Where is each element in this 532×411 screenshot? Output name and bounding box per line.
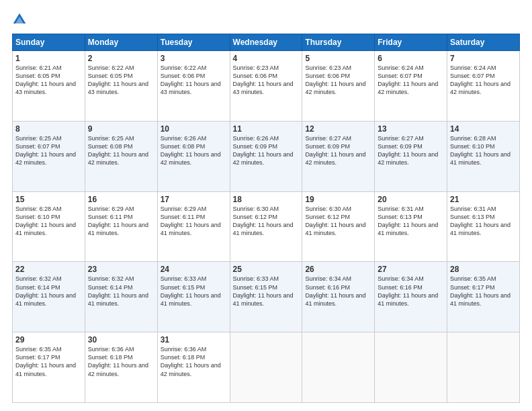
day-info: Sunrise: 6:34 AMSunset: 6:16 PMDaylight:… xyxy=(305,275,371,308)
day-info: Sunrise: 6:28 AMSunset: 6:10 PMDaylight:… xyxy=(15,205,82,238)
day-number: 1 xyxy=(15,54,82,63)
day-info: Sunrise: 6:27 AMSunset: 6:09 PMDaylight:… xyxy=(305,134,371,167)
calendar-table: SundayMondayTuesdayWednesdayThursdayFrid… xyxy=(12,34,520,403)
calendar-cell: 2Sunrise: 6:22 AMSunset: 6:05 PMDaylight… xyxy=(85,51,157,122)
calendar-cell: 15Sunrise: 6:28 AMSunset: 6:10 PMDayligh… xyxy=(13,191,85,262)
calendar-cell: 6Sunrise: 6:24 AMSunset: 6:07 PMDaylight… xyxy=(375,51,447,122)
calendar-cell: 7Sunrise: 6:24 AMSunset: 6:07 PMDaylight… xyxy=(447,51,520,122)
day-info: Sunrise: 6:29 AMSunset: 6:11 PMDaylight:… xyxy=(88,205,154,238)
day-info: Sunrise: 6:35 AMSunset: 6:17 PMDaylight:… xyxy=(450,275,517,308)
weekday-header-thursday: Thursday xyxy=(302,34,375,51)
calendar-cell: 22Sunrise: 6:32 AMSunset: 6:14 PMDayligh… xyxy=(13,262,85,332)
day-number: 17 xyxy=(161,195,227,204)
day-info: Sunrise: 6:36 AMSunset: 6:18 PMDaylight:… xyxy=(88,345,154,378)
day-number: 6 xyxy=(378,54,444,63)
calendar-cell: 1Sunrise: 6:21 AMSunset: 6:05 PMDaylight… xyxy=(13,51,85,122)
calendar-cell: 9Sunrise: 6:25 AMSunset: 6:08 PMDaylight… xyxy=(85,121,157,191)
day-info: Sunrise: 6:28 AMSunset: 6:10 PMDaylight:… xyxy=(450,134,517,167)
header xyxy=(12,12,520,27)
calendar-cell: 29Sunrise: 6:35 AMSunset: 6:17 PMDayligh… xyxy=(13,332,85,403)
day-number: 3 xyxy=(161,54,227,63)
calendar-cell: 5Sunrise: 6:23 AMSunset: 6:06 PMDaylight… xyxy=(302,51,375,122)
day-number: 25 xyxy=(233,265,300,274)
day-number: 2 xyxy=(88,54,154,63)
day-number: 24 xyxy=(161,265,227,274)
day-info: Sunrise: 6:24 AMSunset: 6:07 PMDaylight:… xyxy=(378,64,444,97)
day-info: Sunrise: 6:24 AMSunset: 6:07 PMDaylight:… xyxy=(450,64,517,97)
weekday-header-wednesday: Wednesday xyxy=(230,34,302,51)
weekday-header-monday: Monday xyxy=(85,34,157,51)
day-info: Sunrise: 6:31 AMSunset: 6:13 PMDaylight:… xyxy=(378,205,444,238)
day-info: Sunrise: 6:33 AMSunset: 6:15 PMDaylight:… xyxy=(233,275,300,308)
day-info: Sunrise: 6:29 AMSunset: 6:11 PMDaylight:… xyxy=(161,205,227,238)
calendar-cell: 25Sunrise: 6:33 AMSunset: 6:15 PMDayligh… xyxy=(230,262,302,332)
calendar-cell: 21Sunrise: 6:31 AMSunset: 6:13 PMDayligh… xyxy=(447,191,520,262)
day-number: 9 xyxy=(88,124,154,134)
day-number: 12 xyxy=(305,124,371,134)
day-info: Sunrise: 6:30 AMSunset: 6:12 PMDaylight:… xyxy=(305,205,371,238)
calendar-cell xyxy=(302,332,375,403)
calendar-cell: 23Sunrise: 6:32 AMSunset: 6:14 PMDayligh… xyxy=(85,262,157,332)
day-info: Sunrise: 6:23 AMSunset: 6:06 PMDaylight:… xyxy=(233,64,300,97)
day-info: Sunrise: 6:25 AMSunset: 6:07 PMDaylight:… xyxy=(15,134,82,167)
day-number: 8 xyxy=(15,124,82,134)
day-number: 11 xyxy=(233,124,300,134)
day-info: Sunrise: 6:27 AMSunset: 6:09 PMDaylight:… xyxy=(378,134,444,167)
day-number: 4 xyxy=(233,54,300,63)
calendar-cell: 27Sunrise: 6:34 AMSunset: 6:16 PMDayligh… xyxy=(375,262,447,332)
calendar-week-5: 29Sunrise: 6:35 AMSunset: 6:17 PMDayligh… xyxy=(13,332,520,403)
calendar-cell: 4Sunrise: 6:23 AMSunset: 6:06 PMDaylight… xyxy=(230,51,302,122)
day-info: Sunrise: 6:32 AMSunset: 6:14 PMDaylight:… xyxy=(88,275,154,308)
day-info: Sunrise: 6:31 AMSunset: 6:13 PMDaylight:… xyxy=(450,205,517,238)
day-number: 5 xyxy=(305,54,371,63)
day-number: 21 xyxy=(450,195,517,204)
day-info: Sunrise: 6:23 AMSunset: 6:06 PMDaylight:… xyxy=(305,64,371,97)
day-number: 10 xyxy=(161,124,227,134)
day-info: Sunrise: 6:34 AMSunset: 6:16 PMDaylight:… xyxy=(378,275,444,308)
weekday-header-row: SundayMondayTuesdayWednesdayThursdayFrid… xyxy=(13,34,520,51)
day-number: 23 xyxy=(88,265,154,274)
day-info: Sunrise: 6:21 AMSunset: 6:05 PMDaylight:… xyxy=(15,64,82,97)
day-number: 15 xyxy=(15,195,82,204)
calendar-cell xyxy=(375,332,447,403)
calendar-cell: 11Sunrise: 6:26 AMSunset: 6:09 PMDayligh… xyxy=(230,121,302,191)
calendar-week-3: 15Sunrise: 6:28 AMSunset: 6:10 PMDayligh… xyxy=(13,191,520,262)
day-info: Sunrise: 6:35 AMSunset: 6:17 PMDaylight:… xyxy=(15,345,82,378)
calendar-cell: 17Sunrise: 6:29 AMSunset: 6:11 PMDayligh… xyxy=(157,191,230,262)
day-number: 7 xyxy=(450,54,517,63)
calendar-cell: 24Sunrise: 6:33 AMSunset: 6:15 PMDayligh… xyxy=(157,262,230,332)
logo-icon xyxy=(12,12,27,27)
calendar-cell: 18Sunrise: 6:30 AMSunset: 6:12 PMDayligh… xyxy=(230,191,302,262)
day-info: Sunrise: 6:36 AMSunset: 6:18 PMDaylight:… xyxy=(161,345,227,378)
weekday-header-tuesday: Tuesday xyxy=(157,34,230,51)
weekday-header-sunday: Sunday xyxy=(13,34,85,51)
day-info: Sunrise: 6:26 AMSunset: 6:09 PMDaylight:… xyxy=(233,134,300,167)
day-info: Sunrise: 6:22 AMSunset: 6:06 PMDaylight:… xyxy=(161,64,227,97)
day-number: 27 xyxy=(378,265,444,274)
day-info: Sunrise: 6:33 AMSunset: 6:15 PMDaylight:… xyxy=(161,275,227,308)
page: SundayMondayTuesdayWednesdayThursdayFrid… xyxy=(0,0,532,411)
calendar-cell: 13Sunrise: 6:27 AMSunset: 6:09 PMDayligh… xyxy=(375,121,447,191)
calendar-cell: 28Sunrise: 6:35 AMSunset: 6:17 PMDayligh… xyxy=(447,262,520,332)
calendar-cell: 19Sunrise: 6:30 AMSunset: 6:12 PMDayligh… xyxy=(302,191,375,262)
calendar-cell: 3Sunrise: 6:22 AMSunset: 6:06 PMDaylight… xyxy=(157,51,230,122)
day-number: 29 xyxy=(15,335,82,345)
day-number: 16 xyxy=(88,195,154,204)
day-number: 14 xyxy=(450,124,517,134)
calendar-week-4: 22Sunrise: 6:32 AMSunset: 6:14 PMDayligh… xyxy=(13,262,520,332)
day-info: Sunrise: 6:30 AMSunset: 6:12 PMDaylight:… xyxy=(233,205,300,238)
day-number: 26 xyxy=(305,265,371,274)
day-number: 19 xyxy=(305,195,371,204)
day-number: 18 xyxy=(233,195,300,204)
day-info: Sunrise: 6:22 AMSunset: 6:05 PMDaylight:… xyxy=(88,64,154,97)
calendar-cell: 20Sunrise: 6:31 AMSunset: 6:13 PMDayligh… xyxy=(375,191,447,262)
day-number: 30 xyxy=(88,335,154,345)
calendar-cell: 12Sunrise: 6:27 AMSunset: 6:09 PMDayligh… xyxy=(302,121,375,191)
calendar-cell: 31Sunrise: 6:36 AMSunset: 6:18 PMDayligh… xyxy=(157,332,230,403)
calendar-week-2: 8Sunrise: 6:25 AMSunset: 6:07 PMDaylight… xyxy=(13,121,520,191)
calendar-cell xyxy=(447,332,520,403)
calendar-cell: 8Sunrise: 6:25 AMSunset: 6:07 PMDaylight… xyxy=(13,121,85,191)
day-info: Sunrise: 6:26 AMSunset: 6:08 PMDaylight:… xyxy=(161,134,227,167)
day-number: 13 xyxy=(378,124,444,134)
calendar-cell: 10Sunrise: 6:26 AMSunset: 6:08 PMDayligh… xyxy=(157,121,230,191)
